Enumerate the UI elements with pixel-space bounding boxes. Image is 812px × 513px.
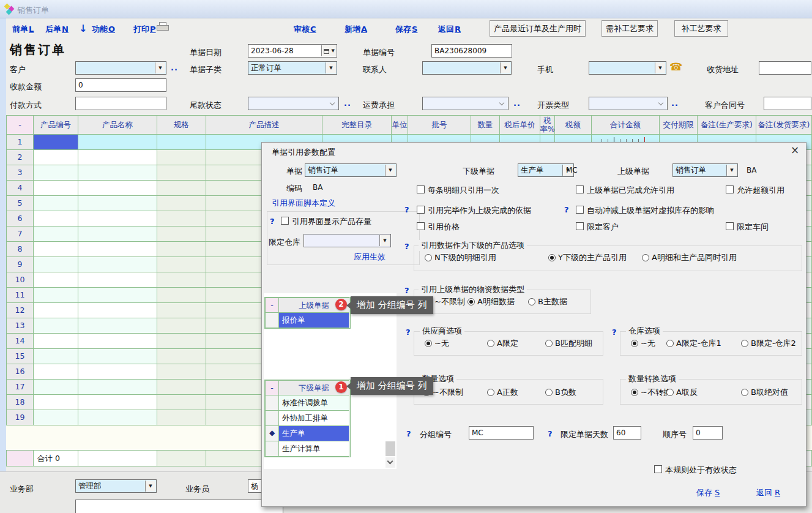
address-input[interactable] xyxy=(759,61,811,75)
dept-combo[interactable]: 管理部▼ xyxy=(75,479,157,493)
row-number[interactable]: 7 xyxy=(6,227,34,242)
phone-icon[interactable]: ☎ xyxy=(669,61,682,73)
limit-workshop-checkbox[interactable] xyxy=(726,222,734,230)
grid-cell[interactable] xyxy=(157,135,206,150)
row-number[interactable]: 12 xyxy=(6,303,34,318)
recent-orders-button[interactable]: 产品最近订单及生产用时 xyxy=(490,20,586,37)
column-header[interactable]: 产品编号 xyxy=(34,115,78,135)
radio[interactable] xyxy=(467,298,475,305)
radio-label[interactable]: ~不限制 xyxy=(434,296,465,307)
radio[interactable] xyxy=(631,340,638,347)
freight-combo[interactable] xyxy=(422,97,508,110)
radio-label[interactable]: A明细数据 xyxy=(477,296,515,307)
row-number[interactable]: 18 xyxy=(6,395,34,410)
as-done-label[interactable]: 引用完毕作为上级完成的依据 xyxy=(428,205,531,216)
radio-label[interactable]: B取绝对值 xyxy=(751,387,788,398)
column-header[interactable]: 税率% xyxy=(540,115,555,135)
grid-cell[interactable] xyxy=(34,211,78,227)
save-link[interactable]: 保存S xyxy=(395,24,417,35)
print-link[interactable]: 打印P xyxy=(133,24,156,35)
over-quota-label[interactable]: 允许超额引用 xyxy=(737,185,784,196)
grid-cell[interactable] xyxy=(78,318,157,334)
apply-link[interactable]: 应用生效 xyxy=(354,252,386,263)
column-header[interactable]: 批号 xyxy=(408,115,471,135)
as-done-checkbox[interactable] xyxy=(417,206,425,214)
list-upper-item[interactable]: 报价单 xyxy=(279,313,349,328)
radio-label[interactable]: B负数 xyxy=(555,387,576,398)
grid-cell[interactable] xyxy=(34,227,78,242)
column-header[interactable]: 税额 xyxy=(555,115,592,135)
grid-cell[interactable] xyxy=(78,181,157,196)
grid-cell[interactable] xyxy=(34,410,78,425)
grid-cell[interactable] xyxy=(157,334,206,349)
grid-cell[interactable] xyxy=(78,150,157,165)
row-number[interactable]: 16 xyxy=(6,364,34,380)
grid-cell[interactable] xyxy=(78,380,157,395)
help-icon[interactable]: ? xyxy=(548,429,553,438)
row-number[interactable]: 17 xyxy=(6,380,34,395)
grid-cell[interactable] xyxy=(157,165,206,181)
printer-icon[interactable] xyxy=(157,22,169,32)
show-stock-checkbox[interactable] xyxy=(281,217,289,225)
column-header[interactable]: 交付期限 xyxy=(660,115,698,135)
radio[interactable] xyxy=(487,340,494,347)
balance-combo[interactable] xyxy=(248,97,339,110)
chevron-down-icon[interactable]: ▼ xyxy=(379,235,390,246)
auto-offset-label[interactable]: 自动冲减上级单据对虚拟库存的影响 xyxy=(587,205,714,216)
column-header[interactable]: 规格 xyxy=(157,115,206,135)
grid-cell[interactable] xyxy=(78,288,157,303)
column-header[interactable]: 税后单价 xyxy=(500,115,540,135)
chevron-down-icon[interactable]: ▼ xyxy=(326,62,336,73)
grid-cell[interactable] xyxy=(157,196,206,211)
grid-cell[interactable] xyxy=(34,196,78,211)
customer-more-link[interactable]: .. xyxy=(171,63,178,72)
grid-cell[interactable] xyxy=(34,257,78,272)
grid-cell[interactable] xyxy=(34,181,78,196)
help-icon[interactable]: ? xyxy=(404,242,409,251)
chevron-down-icon[interactable]: ▼ xyxy=(726,165,737,176)
back-link[interactable]: 返回R xyxy=(438,24,461,35)
row-number[interactable]: 6 xyxy=(6,211,34,227)
contact-combo[interactable]: ▼ xyxy=(422,61,512,75)
column-header[interactable]: 产品描述 xyxy=(206,115,322,135)
invoice-combo[interactable] xyxy=(589,97,668,110)
over-quota-checkbox[interactable] xyxy=(726,185,734,193)
radio[interactable] xyxy=(545,340,553,347)
radio-label[interactable]: N下级的明细引用 xyxy=(434,252,496,263)
row-number[interactable]: 15 xyxy=(6,349,34,364)
rule-active-label[interactable]: 本规则处于有效状态 xyxy=(665,465,737,476)
grid-cell[interactable] xyxy=(157,410,206,425)
help-icon[interactable]: ? xyxy=(612,328,617,337)
freight-more-link[interactable]: .. xyxy=(513,99,521,108)
selected-cell[interactable] xyxy=(34,135,78,150)
help-icon[interactable]: ? xyxy=(404,205,409,214)
radio-label[interactable]: A正数 xyxy=(497,387,518,398)
date-input[interactable]: 2023-06-28 ▼ xyxy=(248,44,337,58)
grid-cell[interactable] xyxy=(78,272,157,288)
help-icon[interactable]: ? xyxy=(564,205,569,214)
scrollbar-down-button[interactable] xyxy=(386,457,395,468)
grid-cell[interactable] xyxy=(157,227,206,242)
grid-cell[interactable] xyxy=(34,334,78,349)
grid-cell[interactable] xyxy=(78,135,157,150)
limit-customer-checkbox[interactable] xyxy=(576,222,584,230)
grid-cell[interactable] xyxy=(78,303,157,318)
column-header[interactable]: 备注(生产要求) xyxy=(698,115,756,135)
contract-input[interactable] xyxy=(764,97,811,110)
radio[interactable] xyxy=(741,340,748,347)
radio[interactable] xyxy=(545,389,553,396)
warehouse-combo[interactable]: ▼ xyxy=(304,234,391,247)
help-icon[interactable]: ? xyxy=(406,429,411,438)
radio[interactable] xyxy=(741,389,748,396)
grid-cell[interactable] xyxy=(78,349,157,364)
grid-cell[interactable] xyxy=(34,349,78,364)
row-number[interactable]: 8 xyxy=(6,242,34,257)
chevron-down-icon[interactable]: ▼ xyxy=(385,165,395,176)
row-number[interactable]: 10 xyxy=(6,272,34,288)
chevron-down-icon[interactable]: ▼ xyxy=(145,481,155,492)
row-number[interactable]: 13 xyxy=(6,318,34,334)
grid-cell[interactable] xyxy=(157,364,206,380)
row-number[interactable]: 5 xyxy=(6,196,34,211)
chevron-down-icon[interactable]: ▼ xyxy=(155,62,165,73)
radio-label[interactable]: A明细和主产品同时引用 xyxy=(652,252,737,263)
